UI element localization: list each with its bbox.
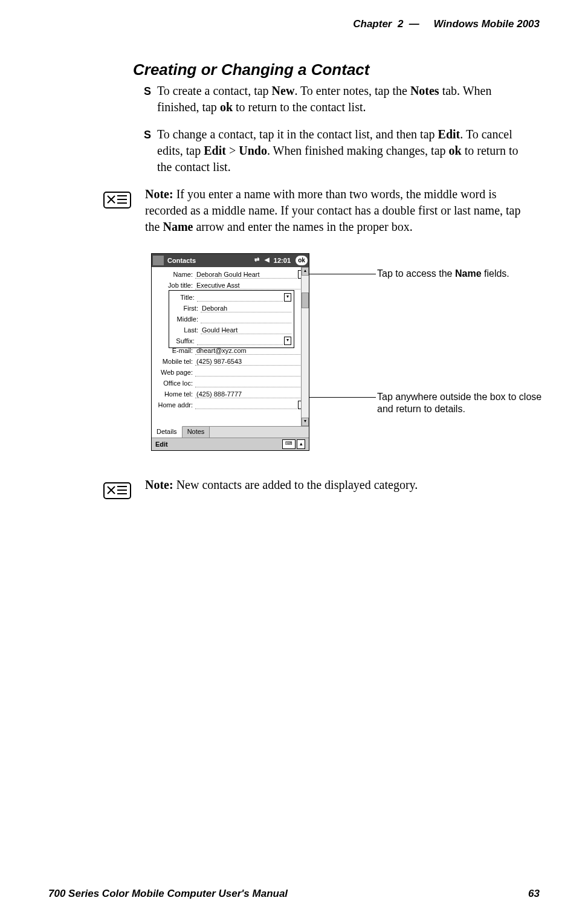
popup-suffix-input[interactable]	[197, 337, 283, 345]
bold-ok: ok	[220, 100, 233, 114]
popup-middle-input[interactable]	[201, 315, 291, 323]
jobtitle-label: Job title:	[154, 282, 195, 289]
page-header: Chapter 2 — Windows Mobile 2003	[48, 18, 540, 30]
footer-page-number: 63	[528, 888, 540, 900]
text: arrow and enter the names in the proper …	[193, 220, 412, 233]
scroll-up-button[interactable]: ▴	[302, 267, 309, 276]
mobile-label: Mobile tel:	[154, 358, 195, 365]
popup-title-label: Title:	[172, 294, 197, 301]
tab-strip: Details Notes	[152, 426, 309, 438]
note-label: Note:	[145, 478, 173, 491]
bold-notes: Notes	[410, 84, 439, 97]
hometel-input[interactable]	[195, 390, 306, 398]
clock: 12:01	[274, 257, 291, 264]
bold-name: Name	[455, 268, 482, 279]
popup-suffix-dropdown[interactable]: ▾	[284, 337, 291, 345]
menu-bar: Edit ⌨ ▴	[152, 438, 309, 450]
page-footer: 700 Series Color Mobile Computer User's …	[48, 888, 540, 900]
popup-middle-label: Middle:	[172, 315, 201, 323]
callout-close-popup: Tap anywhere outside the box to close an…	[377, 391, 552, 415]
ok-button[interactable]: ok	[296, 256, 308, 265]
popup-suffix-label: Suffix:	[172, 337, 197, 344]
name-input[interactable]	[195, 271, 297, 279]
homeaddr-input[interactable]	[195, 401, 297, 409]
bold-edit2: Edit	[204, 144, 226, 157]
bullet-create-contact: To create a contact, tap New. To enter n…	[157, 83, 534, 115]
book-section: Windows Mobile 2003	[433, 18, 540, 30]
scroll-down-button[interactable]: ▾	[302, 418, 309, 426]
bullet-change-contact: To change a contact, tap it in the conta…	[157, 126, 534, 175]
text: To change a contact, tap it in the conta…	[157, 128, 438, 141]
start-icon[interactable]	[153, 256, 164, 265]
bold-undo: Undo	[239, 144, 267, 157]
name-fields-popup: Title: ▾ First: Middle: Last:	[169, 290, 294, 348]
text: Tap to access the	[377, 268, 455, 279]
bold-edit: Edit	[438, 128, 460, 141]
device-titlebar: Contacts ⇄ ◀ 12:01 ok	[152, 254, 309, 267]
popup-first-label: First:	[172, 305, 201, 312]
note-name-fields: Note: If you enter a name with more than…	[48, 186, 540, 235]
bold-name: Name	[163, 220, 193, 233]
webpage-label: Web page:	[154, 369, 195, 376]
jobtitle-input[interactable]	[195, 282, 306, 289]
volume-icon[interactable]: ◀	[263, 256, 271, 265]
callout-line-1	[309, 274, 376, 274]
keyboard-icon[interactable]: ⌨	[282, 439, 296, 449]
officeloc-label: Office loc:	[154, 380, 195, 387]
popup-last-input[interactable]	[201, 326, 291, 334]
device-screenshot: Contacts ⇄ ◀ 12:01 ok Name: ▾ Job title:…	[151, 253, 309, 451]
app-title: Contacts	[167, 257, 196, 264]
text: To create a contact, tap	[157, 84, 272, 97]
note-new-contacts: Note: New contacts are added to the disp…	[48, 477, 540, 503]
text: New contacts are added to the displayed …	[173, 478, 418, 491]
header-dash: —	[409, 18, 419, 30]
note-label: Note:	[145, 187, 173, 201]
text: to return to the contact list.	[233, 100, 366, 114]
officeloc-input[interactable]	[195, 380, 306, 387]
callout-line-2	[309, 397, 376, 398]
name-label: Name:	[154, 271, 195, 278]
text: >	[226, 144, 239, 157]
text: . When finished making changes, tap	[267, 144, 449, 157]
tab-details[interactable]: Details	[152, 426, 183, 438]
note-icon	[103, 189, 133, 213]
footer-manual-title: 700 Series Color Mobile Computer User's …	[48, 888, 288, 900]
section-heading: Creating or Changing a Contact	[133, 60, 540, 79]
mobile-input[interactable]	[195, 358, 306, 366]
tab-notes[interactable]: Notes	[183, 427, 210, 438]
text: . To enter notes, tap the	[294, 84, 410, 97]
bold-ok2: ok	[449, 144, 462, 157]
text: fields.	[482, 268, 509, 279]
homeaddr-label: Home addr:	[154, 401, 195, 409]
chapter-number: 2	[398, 18, 403, 30]
webpage-input[interactable]	[195, 369, 306, 377]
callout-name-fields: Tap to access the Name fields.	[377, 268, 534, 280]
connectivity-icon[interactable]: ⇄	[253, 256, 261, 265]
form-scrollbar[interactable]: ▴ ▾	[301, 267, 309, 426]
scroll-thumb[interactable]	[302, 293, 309, 308]
input-panel-toggle[interactable]: ▴	[297, 439, 305, 449]
popup-last-label: Last:	[172, 326, 201, 334]
popup-title-dropdown[interactable]: ▾	[284, 293, 291, 302]
popup-title-input[interactable]	[197, 294, 283, 302]
chapter-label: Chapter	[353, 18, 392, 30]
edit-menu[interactable]: Edit	[155, 441, 168, 448]
popup-first-input[interactable]	[201, 305, 291, 312]
note-icon	[103, 479, 133, 503]
hometel-label: Home tel:	[154, 390, 195, 398]
bold-new: New	[272, 84, 295, 97]
